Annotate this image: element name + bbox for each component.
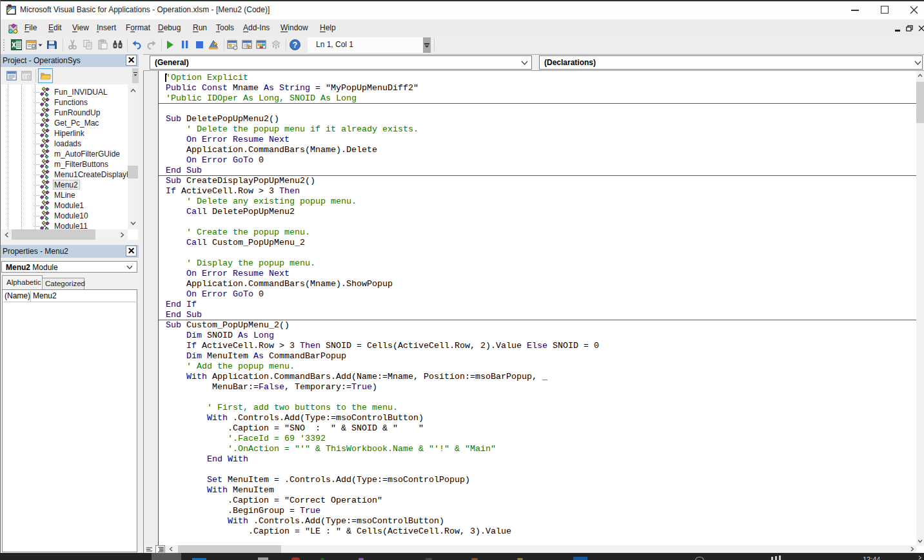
svg-text:?: ? [293, 41, 297, 50]
